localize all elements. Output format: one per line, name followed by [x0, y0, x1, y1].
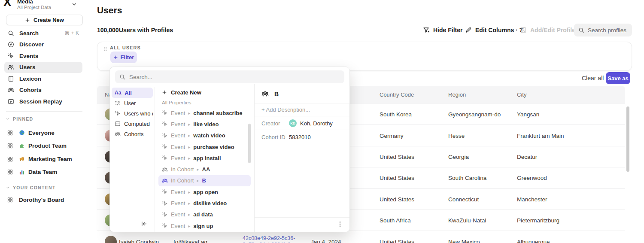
- megaphone-icon: [19, 156, 25, 162]
- pencil-icon: [465, 27, 472, 33]
- cell-country: United States: [380, 153, 414, 160]
- category-all[interactable]: Aa All: [112, 88, 153, 98]
- category-cohorts[interactable]: Cohorts: [112, 129, 153, 139]
- filter-option-ad-data[interactable]: Event ▸ ad data: [158, 209, 251, 220]
- add-filter-button[interactable]: Filter: [110, 52, 137, 63]
- dropdown-scrollbar[interactable]: [248, 124, 251, 163]
- edit-columns-label: Edit Columns · 7: [475, 27, 522, 33]
- plus-icon: [113, 55, 118, 60]
- dropdown-create-new-button[interactable]: Create New: [158, 87, 251, 98]
- pinned-section-header[interactable]: PINNED: [6, 116, 33, 122]
- chevron-right-icon: ▸: [188, 201, 190, 206]
- cell-region: Georgia: [448, 153, 469, 160]
- event-icon: [162, 223, 168, 229]
- aa-text-icon: Aa: [115, 90, 121, 96]
- chevron-right-icon: ▸: [188, 133, 190, 138]
- sidebar-item-cohorts[interactable]: Cohorts: [4, 85, 82, 96]
- more-options-icon[interactable]: [337, 221, 343, 228]
- chevron-down-icon[interactable]: [71, 1, 77, 7]
- book-icon: [8, 76, 14, 82]
- cell-country: United States: [380, 196, 414, 202]
- category-label: All: [125, 90, 132, 96]
- option-prefix: Event: [171, 132, 185, 139]
- category-users-who-did[interactable]: Users who di...: [112, 108, 153, 118]
- filter-option-channel-subscribe[interactable]: Event ▸ channel subscribe: [158, 107, 251, 118]
- category-label: User: [124, 100, 136, 106]
- filter-option-app-install[interactable]: Event ▸ app install: [158, 152, 251, 164]
- pinned-label: PINNED: [13, 116, 33, 122]
- event-icon: [162, 212, 168, 218]
- search-profiles-input[interactable]: Search profiles: [574, 24, 632, 36]
- cell-region: Hesse: [448, 132, 465, 139]
- filter-option-dislike-video[interactable]: Event ▸ dislike video: [158, 197, 251, 209]
- option-prefix: Event: [171, 144, 185, 150]
- filter-option-purchase-video[interactable]: Event ▸ purchase video: [158, 141, 251, 152]
- your-content-section-header[interactable]: YOUR CONTENT: [6, 185, 56, 190]
- filter-option-like-video[interactable]: Event ▸ like video: [158, 118, 251, 130]
- event-icon: [162, 200, 168, 207]
- cell-country: United States: [380, 238, 414, 243]
- pinned-board-marketing-team[interactable]: Marketing Team: [4, 152, 83, 166]
- column-header-region[interactable]: Region: [448, 91, 466, 98]
- event-icon: [162, 144, 168, 150]
- sidebar-item-session-replay[interactable]: Session Replay: [4, 96, 82, 107]
- add-edit-profile-button[interactable]: Add/Edit Profile: [520, 27, 575, 33]
- clear-all-button[interactable]: Clear all: [582, 75, 604, 82]
- cohort-id-label: Cohort ID: [261, 134, 286, 140]
- filter-option-in-cohort-b[interactable]: In Cohort ▸ B: [158, 175, 251, 186]
- category-computed[interactable]: Computed: [112, 118, 153, 129]
- board-dorothys-board[interactable]: Dorothy's Board: [4, 193, 83, 207]
- sidebar-item-label: Events: [19, 53, 38, 59]
- dropdown-property-list: Create New All Properties Event ▸ channe…: [155, 87, 254, 231]
- sidebar-item-lexicon[interactable]: Lexicon: [4, 73, 82, 85]
- collapse-panel-icon[interactable]: [141, 221, 147, 227]
- popover-divider: [255, 130, 349, 130]
- column-header-city[interactable]: City: [517, 91, 526, 98]
- table-scrollbar[interactable]: [626, 106, 629, 172]
- table-row[interactable]: Isaiah Goodwin fo@ikavaf.ag 42c08e49-2e9…: [97, 231, 625, 243]
- add-description-button[interactable]: + Add Description...: [261, 106, 310, 113]
- filter-group-label: ALL USERS: [110, 45, 141, 50]
- option-name: app open: [193, 189, 218, 195]
- cell-date: Jan 4, 2024: [311, 238, 341, 243]
- cell-user-id[interactable]: 42c08e49-2e92-5c36-9a73-a84eb8684fa3: [243, 235, 295, 243]
- edit-columns-button[interactable]: Edit Columns · 7: [465, 27, 522, 33]
- cell-city: Yangsan: [517, 111, 539, 118]
- cell-region: New Mexico: [448, 238, 480, 243]
- sidebar-item-search[interactable]: Search ⌘ + K: [4, 27, 82, 39]
- filter-option-watch-video[interactable]: Event ▸ watch video: [158, 130, 251, 141]
- board-label: Dorothy's Board: [19, 197, 64, 203]
- sidebar-item-events[interactable]: Events: [4, 50, 82, 62]
- drag-handle-icon[interactable]: [102, 46, 108, 52]
- filter-option-sign-up[interactable]: Event ▸ sign up: [158, 220, 251, 231]
- create-new-button[interactable]: Create New: [6, 15, 83, 25]
- filter-option-in-cohort-aa[interactable]: In Cohort ▸ AA: [158, 164, 251, 175]
- column-header-country-code[interactable]: Country Code: [380, 91, 414, 98]
- cell-region: South Carolina: [448, 175, 486, 181]
- event-icon: [8, 53, 14, 59]
- compass-icon: [8, 41, 14, 48]
- pinned-board-data-team[interactable]: Data Team: [4, 166, 83, 179]
- filter-option-app-open[interactable]: Event ▸ app open: [158, 186, 251, 197]
- chevron-right-icon: ▸: [188, 190, 190, 194]
- pinned-board-everyone[interactable]: Everyone: [4, 126, 83, 140]
- add-filter-label: Filter: [121, 54, 134, 61]
- dropdown-search-input[interactable]: Search...: [115, 70, 344, 83]
- cell-city: Pietermaritzburg: [517, 217, 559, 224]
- cell-country: South Africa: [380, 217, 411, 224]
- option-name: ad data: [193, 211, 213, 218]
- cohort-detail-popover: B + Add Description... Creator KD Koh, D…: [254, 84, 349, 232]
- sidebar-item-label: Discover: [19, 41, 44, 48]
- sidebar-item-label: Cohorts: [19, 87, 42, 93]
- sidebar-item-users[interactable]: Users: [4, 62, 82, 73]
- hide-filter-button[interactable]: Hide Filter: [423, 27, 462, 33]
- pinned-board-label: Everyone: [28, 130, 55, 136]
- creator-label: Creator: [261, 120, 286, 127]
- cohort-icon: [8, 87, 14, 93]
- category-user[interactable]: User: [112, 98, 153, 108]
- your-content-label: YOUR CONTENT: [13, 185, 56, 190]
- pinned-board-product-team[interactable]: Product Team: [4, 140, 83, 153]
- sidebar-item-discover[interactable]: Discover: [4, 39, 82, 51]
- save-as-button[interactable]: Save as: [606, 72, 630, 84]
- chevron-right-icon: ▸: [188, 122, 190, 127]
